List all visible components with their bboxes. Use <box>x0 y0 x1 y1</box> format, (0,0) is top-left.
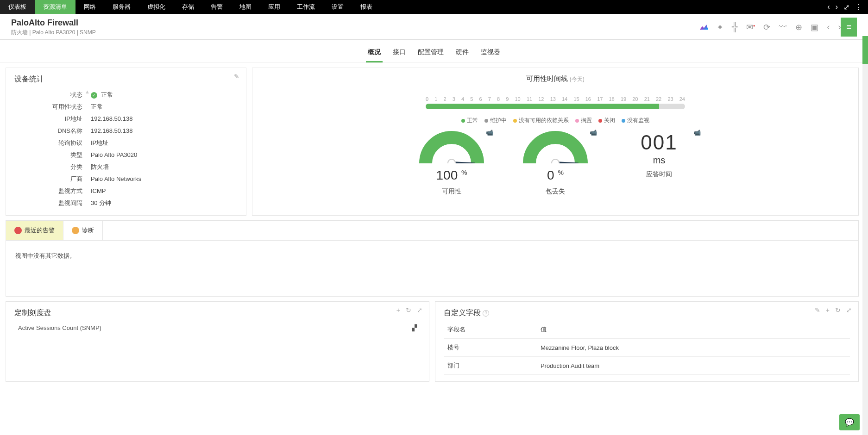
nav-prev-icon[interactable]: ‹ <box>824 3 832 11</box>
scrollbar[interactable] <box>862 36 868 435</box>
top-nav-item[interactable]: 工作流 <box>289 0 323 14</box>
top-nav-item[interactable]: 仪表板 <box>0 0 35 14</box>
field-value-cell: Mezzanine Floor, Plaza block <box>537 339 850 357</box>
chart-icon[interactable] <box>700 22 708 32</box>
timeline-hour: 2 <box>444 96 447 102</box>
device-stat-value: 正常 <box>91 89 238 101</box>
sub-tab[interactable]: 概况 <box>366 45 383 62</box>
bar-chart-icon[interactable]: ▞ <box>412 324 417 331</box>
field-value-cell: Production Audit team <box>537 357 850 375</box>
nav-next-icon[interactable]: › <box>833 3 841 11</box>
top-nav-item[interactable]: 服务器 <box>104 0 139 14</box>
legend-label: 没有监视 <box>627 117 649 124</box>
status-ok-icon <box>91 92 97 99</box>
refresh-fields-icon[interactable]: ↻ <box>835 306 841 314</box>
custom-fields-table: 字段名 值 楼号Mezzanine Floor, Plaza block部门Pr… <box>444 321 850 375</box>
timeline-hour: 3 <box>453 96 455 102</box>
gauge-label: 可用性 <box>415 187 489 196</box>
field-name-cell: 楼号 <box>444 339 537 357</box>
top-nav-item[interactable]: 资源清单 <box>35 0 75 14</box>
gauge-unit: ms <box>622 155 696 166</box>
device-stats-panel: 设备统计 ✎ ▲ 状态可用性状态IP地址DNS名称轮询协议类型分类厂商监视方式监… <box>6 68 246 216</box>
legend-dot-icon <box>598 119 602 123</box>
gauge-big-number: 001 <box>622 131 696 154</box>
prev-page-icon[interactable]: ‹ <box>827 22 830 32</box>
top-nav-item[interactable]: 虚拟化 <box>139 0 174 14</box>
camera-icon[interactable]: 📹 <box>590 129 597 136</box>
terminal-icon[interactable]: ▣ <box>811 22 818 32</box>
alerts-tab[interactable]: 诊断 <box>63 221 103 240</box>
device-stats-title: 设备统计 <box>14 75 238 84</box>
timeline-legend: 正常维护中没有可用的依赖关系搁置关闭没有监视 <box>261 117 850 124</box>
edit-icon[interactable]: ✎ <box>234 73 239 80</box>
timeline-hour: 10 <box>515 96 521 102</box>
chat-fab-button[interactable]: 💬 <box>839 414 860 430</box>
top-nav-item[interactable]: 地图 <box>231 0 260 14</box>
legend-label: 维护中 <box>490 117 507 124</box>
page-subtitle: 防火墙 | Palo Alto PA3020 | SNMP <box>11 29 700 37</box>
legend-dot-icon <box>622 119 625 123</box>
device-stat-label: 状态 <box>14 89 82 101</box>
availability-title: 可用性时间线 <box>526 75 568 82</box>
device-stat-label: 轮询协议 <box>14 137 82 149</box>
top-nav-item[interactable]: 设置 <box>323 0 352 14</box>
alerts-tab[interactable]: 最近的告警 <box>6 221 63 240</box>
sub-tab[interactable]: 接口 <box>391 45 408 62</box>
session-count-label: Active Sessions Count (SNMP) <box>18 324 101 331</box>
device-stat-value: ICMP <box>91 185 238 197</box>
add-field-icon[interactable]: + <box>826 306 830 314</box>
legend-label: 正常 <box>467 117 478 124</box>
device-stat-label: 可用性状态 <box>14 101 82 113</box>
top-nav-item[interactable]: 应用 <box>260 0 289 14</box>
availability-title-sub: (今天) <box>570 76 585 82</box>
hamburger-menu-button[interactable]: ≡ <box>841 18 857 37</box>
device-stat-label: IP地址 <box>14 113 82 125</box>
refresh-icon[interactable]: ↻ <box>406 306 411 314</box>
top-nav-item[interactable]: 告警 <box>202 0 231 14</box>
more-icon[interactable]: ⋮ <box>852 3 865 12</box>
collapse-icon[interactable]: ⤢ <box>841 3 852 12</box>
top-nav-item[interactable]: 存储 <box>174 0 202 14</box>
timeline-hour: 12 <box>538 96 544 102</box>
topology-icon[interactable]: ╬ <box>732 22 738 32</box>
device-stat-label: 分类 <box>14 161 82 173</box>
sub-tab[interactable]: 硬件 <box>454 45 471 62</box>
timeline-hour: 9 <box>506 96 509 102</box>
alarm-icon[interactable]: ✦ <box>717 22 723 32</box>
edit-fields-icon[interactable]: ✎ <box>815 306 820 314</box>
expand-fields-icon[interactable]: ⤢ <box>846 306 852 314</box>
timeline-hour: 16 <box>585 96 591 102</box>
header-actions: ✦ ╬ ✉● ⟳ 〰 ⊕ ▣ ‹ › <box>700 22 841 32</box>
fields-col-value: 值 <box>537 321 850 339</box>
globe-icon[interactable]: ⊕ <box>795 22 802 32</box>
scrollbar-thumb[interactable] <box>862 36 868 64</box>
sub-tab[interactable]: 监视器 <box>479 45 502 62</box>
timeline-hour: 6 <box>479 96 482 102</box>
sub-tab[interactable]: 配置管理 <box>416 45 446 62</box>
device-stat-value: 正常 <box>91 101 238 113</box>
sub-tabs: 概况接口配置管理硬件监视器 <box>0 40 868 63</box>
timeline-hour: 0 <box>426 96 428 102</box>
link-icon[interactable]: ⟳ <box>763 22 770 32</box>
device-stat-label: 类型 <box>14 149 82 161</box>
help-icon[interactable]: ? <box>483 310 489 317</box>
camera-icon[interactable]: 📹 <box>693 129 701 136</box>
gauge: 📹001ms应答时间 <box>622 131 696 196</box>
timeline-hour: 11 <box>527 96 532 102</box>
add-icon[interactable]: + <box>396 306 400 314</box>
camera-icon[interactable]: 📹 <box>486 129 493 136</box>
expand-icon[interactable]: ⤢ <box>417 306 422 314</box>
top-nav-item[interactable]: 网络 <box>75 0 104 14</box>
timeline-hour: 20 <box>632 96 638 102</box>
timeline-hour: 13 <box>550 96 556 102</box>
mail-icon[interactable]: ✉● <box>746 22 755 32</box>
timeline-hour: 14 <box>562 96 567 102</box>
fields-col-name: 字段名 <box>444 321 537 339</box>
top-nav-item[interactable]: 报表 <box>352 0 381 14</box>
timeline-hour: 19 <box>621 96 626 102</box>
device-stat-value: IP地址 <box>91 137 238 149</box>
gauge-value: 100 % <box>415 168 489 183</box>
alerts-body-empty: 视图中没有其它数据。 <box>6 241 858 296</box>
graph-icon[interactable]: 〰 <box>779 22 787 32</box>
timeline-hour: 23 <box>667 96 673 102</box>
